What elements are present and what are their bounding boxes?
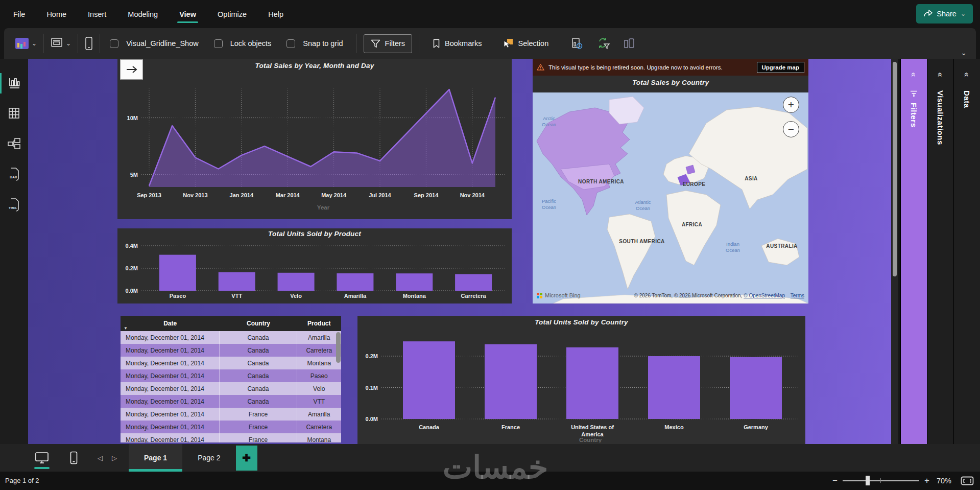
filters-label: Filters (385, 39, 405, 48)
bar[interactable] (566, 347, 618, 419)
menu-optimize[interactable]: Optimize (218, 10, 247, 18)
sidebar-item-report-view[interactable] (0, 71, 28, 96)
mobile-layout-button[interactable] (63, 448, 84, 468)
scrollbar-thumb[interactable] (893, 62, 897, 276)
map-area[interactable]: ArcticOceanNORTH AMERICAEUROPEASIAPacifi… (533, 92, 808, 304)
expand-chevron-icon[interactable]: « (963, 73, 972, 77)
continent-label: NORTH AMERICA (578, 179, 624, 184)
upgrade-map-button[interactable]: Upgrade map (757, 62, 805, 73)
zoom-slider[interactable] (843, 480, 919, 481)
map-zoom-in-button[interactable]: + (783, 97, 799, 113)
ribbon: ⌄ ⌄ Visual_Gridline_Show Lock objects Sn… (4, 28, 976, 59)
sidebar-item-model-view[interactable] (0, 131, 28, 156)
visual-map[interactable]: This visual type is being retired soon. … (533, 59, 808, 304)
table-row[interactable]: Monday, December 01, 2014FranceCarretera (121, 421, 341, 433)
zoom-out-button[interactable]: − (832, 476, 838, 486)
next-page-arrow[interactable]: ▷ (107, 454, 122, 462)
menu-modeling[interactable]: Modeling (128, 10, 158, 18)
bar[interactable] (730, 357, 782, 419)
lock-objects-checkbox[interactable]: Lock objects (214, 39, 272, 48)
bar[interactable] (648, 356, 700, 419)
visual-country-bar-chart[interactable]: Total Units Sold by Country 0.0M0.1M0.2M… (357, 316, 805, 444)
table-scrollbar[interactable] (336, 332, 341, 363)
data-panel-collapsed[interactable]: « Data (953, 59, 980, 444)
expand-chevron-icon[interactable]: « (910, 73, 919, 77)
bar[interactable] (337, 273, 373, 291)
performance-analyzer-button[interactable] (564, 33, 590, 54)
table-row[interactable]: Monday, December 01, 2014CanadaPaseo (121, 369, 341, 382)
table-row[interactable]: Monday, December 01, 2014FranceAmarilla (121, 408, 341, 421)
menu-view[interactable]: View (179, 10, 196, 18)
filters-panel-collapsed[interactable]: « Filters (900, 59, 927, 444)
visual-area-chart[interactable]: Total Sales by Year, Month and Day Sep 2… (117, 59, 512, 219)
page-view-dropdown[interactable]: ⌄ (51, 37, 71, 50)
previous-page-arrow[interactable]: ◁ (93, 454, 107, 462)
area-fill[interactable] (149, 89, 495, 187)
mobile-layout-preview-button[interactable] (616, 33, 642, 54)
bar[interactable] (403, 341, 455, 419)
page-view-icon (51, 37, 63, 50)
visual-table[interactable]: DateCountryProduct▼Monday, December 01, … (121, 316, 341, 442)
new-page-button[interactable]: ✚ (236, 446, 257, 471)
filters-toggle-button[interactable]: Filters (364, 34, 412, 53)
table-row[interactable]: Monday, December 01, 2014CanadaCarretera (121, 344, 341, 357)
sync-slicers-button[interactable] (590, 33, 616, 54)
sidebar-item-table-view[interactable] (0, 101, 28, 125)
table-header[interactable]: DateCountryProduct▼ (121, 316, 341, 331)
bar[interactable] (396, 273, 433, 291)
menu-file[interactable]: File (13, 10, 25, 18)
bar[interactable] (159, 255, 196, 291)
collapse-ribbon-chevron-icon[interactable]: ⌄ (961, 49, 967, 57)
expand-chevron-icon[interactable]: « (936, 73, 945, 77)
selection-button[interactable]: Selection (496, 34, 556, 53)
map-zoom-out-button[interactable]: − (783, 121, 799, 137)
zoom-slider-thumb[interactable] (866, 476, 870, 485)
menu-insert[interactable]: Insert (88, 10, 106, 18)
x-category-label: Amarilla (344, 293, 367, 299)
bookmarks-button[interactable]: Bookmarks (426, 34, 489, 53)
openstreetmap-link[interactable]: © OpenStreetMap (744, 293, 785, 298)
report-canvas[interactable]: Total Sales by Year, Month and Day Sep 2… (28, 59, 891, 444)
table-row[interactable]: Monday, December 01, 2014CanadaVelo (121, 382, 341, 395)
share-button[interactable]: Share ⌄ (916, 4, 973, 24)
visualizations-panel-collapsed[interactable]: « Visualizations (927, 59, 953, 444)
mobile-layout-button[interactable] (85, 37, 93, 50)
canvas-scrollbar[interactable] (891, 59, 898, 444)
visual-gridline-checkbox[interactable]: Visual_Gridline_Show (110, 39, 199, 48)
x-tick-label: Jan 2014 (230, 192, 254, 198)
share-icon (923, 9, 933, 19)
desktop-layout-button[interactable] (32, 448, 52, 468)
bar[interactable] (278, 273, 315, 291)
world-map[interactable]: ArcticOceanNORTH AMERICAEUROPEASIAPacifi… (533, 92, 808, 304)
column-header-country[interactable]: Country (220, 316, 297, 331)
tab-page-2[interactable]: Page 2 (182, 444, 235, 472)
zoom-in-button[interactable]: + (924, 476, 929, 486)
bar[interactable] (485, 344, 537, 419)
drill-up-arrow-button[interactable] (121, 60, 142, 79)
snap-to-grid-checkbox[interactable]: Snap to grid (286, 39, 343, 48)
table-row[interactable]: Monday, December 01, 2014CanadaAmarilla (121, 331, 341, 344)
bar[interactable] (219, 272, 255, 291)
visual-product-bar-chart[interactable]: Total Units Sold by Product 0.0M0.2M0.4M… (117, 228, 512, 304)
sidebar-item-tmdl-view[interactable]: TMDL (0, 193, 28, 217)
themes-dropdown[interactable]: ⌄ (15, 38, 37, 49)
terms-link[interactable]: Terms (791, 293, 804, 298)
column-header-product[interactable]: Product (297, 316, 341, 331)
column-header-date[interactable]: Date (121, 316, 220, 331)
country-bar-plot[interactable]: 0.0M0.1M0.2MCanadaFranceUnited States of… (357, 326, 805, 442)
sidebar-item-dax-query-view[interactable]: DAX (0, 162, 28, 186)
attribution-text: © 2026 TomTom, © 2026 Microsoft Corporat… (634, 293, 743, 298)
data-table[interactable]: DateCountryProduct▼Monday, December 01, … (121, 316, 341, 442)
menu-home[interactable]: Home (46, 10, 66, 18)
tab-page-1[interactable]: Page 1 (129, 444, 182, 472)
chart-title: Total Units Sold by Country (357, 316, 805, 326)
sort-arrow-icon[interactable]: ▼ (124, 326, 128, 331)
table-row[interactable]: Monday, December 01, 2014CanadaMontana (121, 357, 341, 369)
bar[interactable] (455, 274, 492, 291)
menu-help[interactable]: Help (268, 10, 283, 18)
product-bar-plot[interactable]: 0.0M0.2M0.4MPaseoVTTVeloAmarillaMontanaC… (117, 238, 512, 302)
area-chart-plot[interactable]: Sep 2013Nov 2013Jan 2014Mar 2014May 2014… (117, 69, 512, 217)
table-row[interactable]: Monday, December 01, 2014CanadaVTT (121, 395, 341, 408)
fit-to-page-icon[interactable] (961, 476, 974, 485)
table-row[interactable]: Monday, December 01, 2014FranceMontana (121, 433, 341, 442)
